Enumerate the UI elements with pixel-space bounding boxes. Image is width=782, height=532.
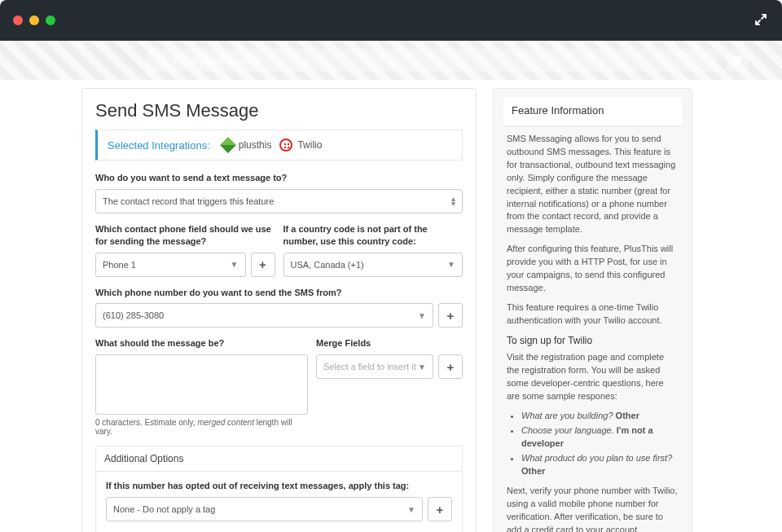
add-phone-field-button[interactable]: + (251, 253, 275, 277)
page-title: Send SMS Message (95, 100, 463, 121)
search-icon (156, 55, 167, 66)
recipient-label: Who do you want to send a text message t… (95, 172, 463, 184)
expand-icon[interactable] (754, 13, 767, 26)
country-code-label: If a country code is not part of the num… (283, 223, 463, 248)
window-titlebar (0, 0, 782, 41)
plusthis-icon (220, 137, 236, 153)
add-from-number-button[interactable]: + (438, 303, 463, 328)
list-item: Choose your language. I'm not a develope… (521, 424, 679, 451)
svg-line-1 (164, 62, 166, 64)
close-icon[interactable] (13, 15, 23, 25)
info-p4: Visit the registration page and complete… (507, 351, 679, 403)
selected-integrations-bar: Selected Integrations: plusthis Twilio (95, 130, 463, 160)
message-hint: 0 characters. Estimate only, merged cont… (95, 418, 308, 436)
add-opt-out-tag-button[interactable]: + (428, 497, 452, 521)
merge-field-placeholder: Select a field to insert it (323, 362, 416, 372)
url-text: http://plusthis.com (174, 55, 259, 67)
feature-info-title: Feature Information (503, 97, 682, 126)
recipient-select[interactable]: The contact record that triggers this fe… (95, 189, 463, 213)
main-form-card: Send SMS Message Selected Integrations: … (81, 88, 477, 532)
opt-out-label: If this number has opted out of receivin… (106, 480, 452, 492)
info-p3: This feature requires a one-time Twilio … (507, 301, 679, 328)
from-number-label: Which phone number do you want to send t… (95, 287, 463, 299)
phone-field-select[interactable]: Phone 1 ▼ (95, 253, 246, 277)
address-bar[interactable]: http://plusthis.com (147, 49, 717, 72)
integration-twilio-label: Twilio (297, 139, 322, 151)
opt-out-value: None - Do not apply a tag (113, 504, 215, 514)
country-code-select[interactable]: USA, Canada (+1) ▼ (283, 253, 463, 277)
integration-twilio: Twilio (279, 138, 322, 152)
message-label: What should the message be? (95, 337, 308, 350)
updown-icon: ▴▾ (451, 196, 455, 206)
additional-options-panel: Additional Options If this number has op… (95, 446, 463, 532)
signup-questions-list: What are you building? Other Choose your… (507, 410, 679, 478)
list-item: What are you building? Other (521, 410, 679, 423)
window-controls (13, 15, 55, 25)
chevron-down-icon: ▼ (418, 311, 426, 320)
zoom-icon[interactable] (46, 15, 55, 25)
svg-point-0 (158, 56, 165, 63)
phone-field-label: Which contact phone field should we use … (95, 223, 275, 248)
list-item: What product do you plan to use first? O… (521, 452, 679, 478)
chevron-down-icon: ▼ (418, 363, 426, 372)
info-p5: Next, verify your phone number with Twil… (507, 485, 679, 532)
twilio-icon (279, 138, 292, 152)
heart-icon (731, 55, 743, 66)
minimize-icon[interactable] (29, 15, 39, 25)
info-p1: SMS Messaging allows for you to send out… (507, 133, 679, 237)
chevron-down-icon: ▼ (407, 505, 415, 514)
phone-field-value: Phone 1 (103, 260, 136, 270)
merge-field-select[interactable]: Select a field to insert it ▼ (316, 354, 433, 379)
selected-integrations-label: Selected Integrations: (108, 139, 210, 152)
signup-heading: To sign up for Twilio (507, 334, 679, 348)
favorite-button[interactable] (727, 50, 748, 71)
feature-info-panel: Feature Information SMS Messaging allows… (493, 88, 692, 532)
integration-plusthis-label: plusthis (239, 139, 272, 151)
chevron-down-icon: ▼ (447, 260, 455, 269)
opt-out-tag-select[interactable]: None - Do not apply a tag ▼ (106, 497, 423, 521)
insert-merge-field-button[interactable]: + (438, 354, 463, 379)
message-textarea[interactable] (95, 354, 308, 415)
merge-label: Merge Fields (316, 337, 463, 350)
from-number-value: (610) 285-3080 (103, 310, 164, 320)
recipient-value: The contact record that triggers this fe… (103, 196, 274, 206)
chevron-down-icon: ▼ (231, 260, 239, 269)
country-code-value: USA, Canada (+1) (291, 260, 364, 270)
address-bar-row: http://plusthis.com (0, 41, 782, 80)
integration-plusthis: plusthis (222, 139, 272, 151)
additional-options-title: Additional Options (96, 446, 462, 472)
from-number-select[interactable]: (610) 285-3080 ▼ (95, 303, 433, 328)
info-p2: After configuring this feature, PlusThis… (507, 243, 679, 295)
